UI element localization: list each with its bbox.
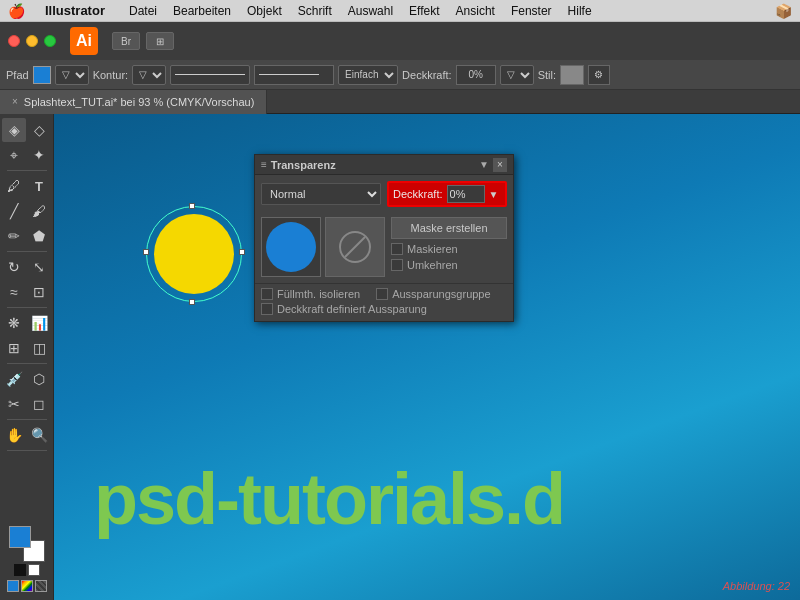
fill-type-select[interactable]: ▽ — [55, 65, 89, 85]
deckkraft-aussparung-row: Deckkraft definiert Aussparung — [261, 303, 507, 315]
type-tool[interactable]: T — [27, 174, 51, 198]
rotate-tool[interactable]: ↻ — [2, 255, 26, 279]
handle-bottom[interactable] — [189, 299, 195, 305]
tool-row-warp: ≈ ⊡ — [2, 280, 51, 304]
fuellmeth-checkbox[interactable] — [261, 288, 273, 300]
kontur-size-input[interactable] — [170, 65, 250, 85]
blend-mode-select[interactable]: Normal — [261, 183, 381, 205]
menu-datei[interactable]: Datei — [129, 4, 157, 18]
menu-bearbeiten[interactable]: Bearbeiten — [173, 4, 231, 18]
menu-hilfe[interactable]: Hilfe — [568, 4, 592, 18]
menu-auswahl[interactable]: Auswahl — [348, 4, 393, 18]
opacity-input[interactable] — [447, 185, 485, 203]
opacity-label: Deckkraft: — [393, 188, 443, 200]
scissors-tool[interactable]: ✂ — [2, 392, 26, 416]
select-tool[interactable]: ◈ — [2, 118, 26, 142]
menu-fenster[interactable]: Fenster — [511, 4, 552, 18]
apple-menu[interactable]: 🍎 — [8, 3, 25, 19]
free-transform-tool[interactable]: ⊡ — [27, 280, 51, 304]
thumbnail-circle — [266, 222, 316, 272]
tool-separator-3 — [7, 307, 47, 308]
minimize-window-button[interactable] — [26, 35, 38, 47]
doc-tab-title: Splashtext_TUT.ai* bei 93 % (CMYK/Vorsch… — [24, 96, 255, 108]
eraser-tool[interactable]: ◻ — [27, 392, 51, 416]
aussparungsgruppe-checkbox[interactable] — [376, 288, 388, 300]
close-window-button[interactable] — [8, 35, 20, 47]
fill-color-swatch[interactable] — [33, 66, 51, 84]
menu-ansicht[interactable]: Ansicht — [456, 4, 495, 18]
pen-tool[interactable]: 🖊 — [2, 174, 26, 198]
menu-objekt[interactable]: Objekt — [247, 4, 282, 18]
scale-tool[interactable]: ⤡ — [27, 255, 51, 279]
gradient-mode-btn[interactable] — [21, 580, 33, 592]
blob-tool[interactable]: ⬟ — [27, 224, 51, 248]
panel-options-btn[interactable]: ▼ — [479, 159, 489, 170]
layer-thumbnail[interactable] — [261, 217, 321, 277]
bridge-icon[interactable]: Br — [112, 32, 140, 50]
mask-thumbnail[interactable] — [325, 217, 385, 277]
circle-object[interactable] — [154, 214, 234, 294]
panel-close-btn[interactable]: × — [493, 158, 507, 172]
zoom-tool[interactable]: 🔍 — [27, 423, 51, 447]
tool-separator-6 — [7, 450, 47, 451]
small-swatches — [14, 564, 40, 576]
document-tab[interactable]: × Splashtext_TUT.ai* bei 93 % (CMYK/Vors… — [0, 90, 267, 114]
panel-header[interactable]: ≡ Transparenz ▼ × — [255, 155, 513, 175]
maskieren-checkbox[interactable] — [391, 243, 403, 255]
menu-schrift[interactable]: Schrift — [298, 4, 332, 18]
foreground-color-swatch[interactable] — [9, 526, 31, 548]
blend-tool[interactable]: ⬡ — [27, 367, 51, 391]
tool-row-pencil: ✏ ⬟ — [2, 224, 51, 248]
maskieren-label: Maskieren — [407, 243, 458, 255]
arrange-icon[interactable]: ⊞ — [146, 32, 174, 50]
fill-mode-btn[interactable] — [7, 580, 19, 592]
swap-colors-btn[interactable] — [28, 564, 40, 576]
kontur-select[interactable]: ▽ — [132, 65, 166, 85]
toolbar-opacity-select[interactable]: ▽ — [500, 65, 534, 85]
einfach-select[interactable]: Einfach — [338, 65, 398, 85]
tools-panel: ◈ ◇ ⌖ ✦ 🖊 T ╱ 🖌 ✏ ⬟ ↻ ⤡ ≈ ⊡ ❋ — [0, 114, 54, 600]
pencil-tool[interactable]: ✏ — [2, 224, 26, 248]
handle-top[interactable] — [189, 203, 195, 209]
paintbrush-tool[interactable]: 🖌 — [27, 199, 51, 223]
toolbar-opacity-input[interactable]: 0% — [456, 65, 496, 85]
maximize-window-button[interactable] — [44, 35, 56, 47]
umkehren-checkbox[interactable] — [391, 259, 403, 271]
umkehren-row: Umkehren — [391, 259, 507, 271]
circle-shape[interactable] — [154, 214, 234, 294]
svg-line-1 — [345, 237, 365, 257]
doc-tab-close[interactable]: × — [12, 96, 18, 107]
more-options-btn[interactable]: ⚙ — [588, 65, 610, 85]
app-name: Illustrator — [45, 3, 105, 18]
handle-left[interactable] — [143, 249, 149, 255]
eyedropper-tool[interactable]: 💉 — [2, 367, 26, 391]
panel-buttons-col: Maske erstellen Maskieren Umkehren — [391, 217, 507, 271]
make-mask-button[interactable]: Maske erstellen — [391, 217, 507, 239]
none-mode-btn[interactable] — [35, 580, 47, 592]
stroke-input[interactable] — [254, 65, 334, 85]
hand-tool[interactable]: ✋ — [2, 423, 26, 447]
doc-tab-bar: × Splashtext_TUT.ai* bei 93 % (CMYK/Vors… — [0, 90, 800, 114]
graph-tool[interactable]: 📊 — [27, 311, 51, 335]
magic-wand-tool[interactable]: ✦ — [27, 143, 51, 167]
title-bar-icons: Br ⊞ — [112, 32, 174, 50]
default-colors-btn[interactable] — [14, 564, 26, 576]
deckkraft-aussparung-checkbox[interactable] — [261, 303, 273, 315]
transparenz-panel: ≡ Transparenz ▼ × Normal Deckkraft: ▼ — [254, 154, 514, 322]
menu-effekt[interactable]: Effekt — [409, 4, 439, 18]
direct-select-tool[interactable]: ◇ — [27, 118, 51, 142]
opacity-dropdown-arrow[interactable]: ▼ — [489, 189, 499, 200]
stil-swatch[interactable] — [560, 65, 584, 85]
tool-row-crop: ✂ ◻ — [2, 392, 51, 416]
handle-right[interactable] — [239, 249, 245, 255]
toolbar-pfad-label: Pfad — [6, 69, 29, 81]
lasso-tool[interactable]: ⌖ — [2, 143, 26, 167]
line-tool[interactable]: ╱ — [2, 199, 26, 223]
warp-tool[interactable]: ≈ — [2, 280, 26, 304]
tool-row-select: ◈ ◇ — [2, 118, 51, 142]
symbol-tool[interactable]: ❋ — [2, 311, 26, 335]
mesh-tool[interactable]: ⊞ — [2, 336, 26, 360]
gradient-tool[interactable]: ◫ — [27, 336, 51, 360]
title-bar: Ai Br ⊞ — [0, 22, 800, 60]
tool-separator-1 — [7, 170, 47, 171]
